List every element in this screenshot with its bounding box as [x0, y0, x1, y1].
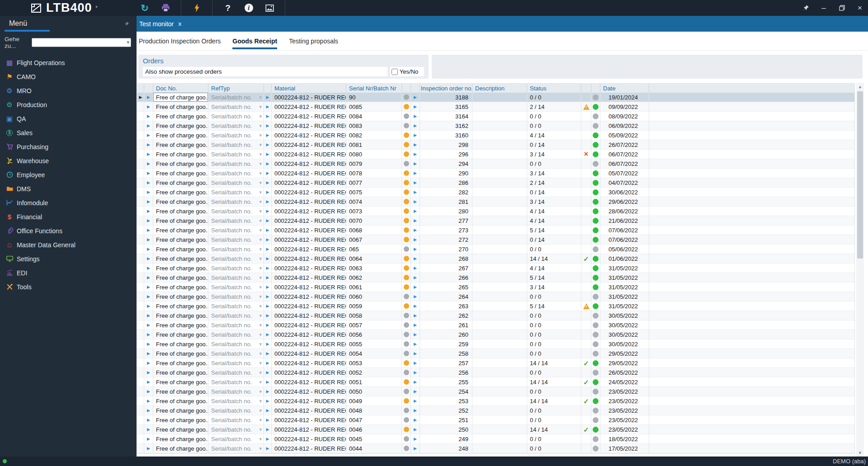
- material-cell[interactable]: 0002224-812 - RUDER RECHTS: [272, 188, 346, 197]
- expand-cell[interactable]: ▶: [144, 188, 153, 197]
- reftyp-cell[interactable]: Serial/batch no.▾: [208, 226, 264, 235]
- open-order-cell[interactable]: ▶: [411, 434, 420, 444]
- scroll-up-icon[interactable]: ▲: [856, 83, 864, 90]
- expand-arrow-icon[interactable]: ▶: [147, 276, 150, 280]
- description-cell[interactable]: [472, 178, 527, 188]
- material-cell[interactable]: 0002224-812 - RUDER RECHTS: [272, 444, 346, 453]
- material-cell[interactable]: 0002224-812 - RUDER RECHTS: [272, 301, 346, 311]
- expand-cell[interactable]: ▶: [144, 178, 153, 188]
- expand-cell[interactable]: ▶: [144, 273, 153, 282]
- header-reftyp[interactable]: RefTyp: [208, 84, 264, 93]
- description-cell[interactable]: [472, 273, 527, 282]
- serial-nr-cell[interactable]: 0067: [346, 235, 402, 245]
- chevron-down-icon[interactable]: ▾: [259, 417, 262, 423]
- expand-cell[interactable]: ▶: [144, 235, 153, 245]
- material-cell[interactable]: 0002224-812 - RUDER RECHTS: [272, 93, 346, 102]
- material-arrow-icon[interactable]: ▶: [266, 171, 269, 175]
- reftyp-cell[interactable]: Serial/batch no.▾: [208, 368, 264, 377]
- material-cell[interactable]: 0002224-812 - RUDER RECHTS: [272, 292, 346, 301]
- sidebar-item-purchasing[interactable]: Purchasing: [0, 140, 137, 154]
- reftyp-cell[interactable]: Serial/batch no.▾: [208, 159, 264, 169]
- doc-no-cell[interactable]: Free of charge goo...: [153, 159, 208, 169]
- expand-cell[interactable]: ▶: [144, 377, 153, 387]
- expand-cell[interactable]: ▶: [144, 254, 153, 264]
- description-cell[interactable]: [472, 406, 527, 415]
- table-row[interactable]: ▶ ▶ Free of charge goo... Serial/batch n…: [137, 406, 854, 415]
- expand-cell[interactable]: ▶: [144, 292, 153, 301]
- expand-cell[interactable]: ▶: [144, 358, 153, 368]
- material-arrow-icon[interactable]: ▶: [266, 380, 269, 384]
- expand-arrow-icon[interactable]: ▶: [147, 304, 150, 308]
- material-link-cell[interactable]: ▶: [264, 150, 272, 159]
- pin-icon[interactable]: [801, 4, 810, 13]
- row-selector-cell[interactable]: ▶: [137, 282, 144, 292]
- status-cell[interactable]: 0 / 0: [527, 112, 581, 121]
- expand-arrow-icon[interactable]: ▶: [147, 152, 150, 156]
- expand-arrow-icon[interactable]: ▶: [147, 143, 150, 147]
- serial-nr-cell[interactable]: 0070: [346, 216, 402, 226]
- sidebar-item-employee[interactable]: Employee: [0, 168, 137, 182]
- table-row[interactable]: ▶ ▶ Free of charge goo... Serial/batch n…: [137, 178, 854, 188]
- expand-arrow-icon[interactable]: ▶: [147, 181, 150, 185]
- description-cell[interactable]: [472, 330, 527, 339]
- expand-cell[interactable]: ▶: [144, 434, 153, 444]
- table-row[interactable]: ▶ ▶ Free of charge goo... Serial/batch n…: [137, 112, 854, 121]
- expand-arrow-icon[interactable]: ▶: [147, 380, 150, 384]
- expand-arrow-icon[interactable]: ▶: [147, 190, 150, 194]
- row-selector-cell[interactable]: ▶: [137, 358, 144, 368]
- expand-arrow-icon[interactable]: ▶: [147, 323, 150, 327]
- description-cell[interactable]: [472, 377, 527, 387]
- table-row[interactable]: ▶ ▶ Free of charge goo... Serial/batch n…: [137, 339, 854, 349]
- description-cell[interactable]: [472, 368, 527, 377]
- date-cell[interactable]: 24/05/2022: [600, 377, 649, 387]
- table-row[interactable]: ▶ ▶ Free of charge goo... Serial/batch n…: [137, 245, 854, 254]
- material-link-cell[interactable]: ▶: [264, 131, 272, 140]
- open-arrow-icon[interactable]: ▶: [414, 133, 417, 137]
- material-cell[interactable]: 0002224-812 - RUDER RECHTS: [272, 396, 346, 406]
- chevron-down-icon[interactable]: ▾: [259, 332, 262, 338]
- scroll-down-icon[interactable]: ▼: [856, 449, 864, 457]
- open-order-cell[interactable]: ▶: [411, 254, 420, 264]
- reftyp-cell[interactable]: Serial/batch no.▾: [208, 264, 264, 273]
- description-cell[interactable]: [472, 226, 527, 235]
- date-cell[interactable]: 08/09/2022: [600, 112, 649, 121]
- open-arrow-icon[interactable]: ▶: [414, 380, 417, 384]
- date-cell[interactable]: 23/05/2022: [600, 396, 649, 406]
- inspection-order-no-cell[interactable]: 268: [420, 254, 472, 264]
- open-arrow-icon[interactable]: ▶: [414, 428, 417, 432]
- doc-no-cell[interactable]: Free of charge goo...: [153, 301, 208, 311]
- expand-arrow-icon[interactable]: ▶: [147, 390, 150, 394]
- status-cell[interactable]: 14 / 14: [527, 425, 581, 434]
- inspection-order-no-cell[interactable]: 256: [420, 368, 472, 377]
- date-cell[interactable]: 26/07/2022: [600, 140, 649, 150]
- open-arrow-icon[interactable]: ▶: [414, 247, 417, 251]
- open-arrow-icon[interactable]: ▶: [414, 190, 417, 194]
- material-cell[interactable]: 0002224-812 - RUDER RECHTS: [272, 358, 346, 368]
- description-cell[interactable]: [472, 311, 527, 320]
- description-cell[interactable]: [472, 140, 527, 150]
- table-row[interactable]: ▶ ▶ Free of charge goo... Serial/batch n…: [137, 282, 854, 292]
- inspection-order-no-cell[interactable]: 3160: [420, 131, 472, 140]
- reftyp-cell[interactable]: Serial/batch no.▾: [208, 235, 264, 245]
- doc-no-cell[interactable]: Free of charge goo...: [153, 188, 208, 197]
- row-selector-cell[interactable]: ▶: [137, 349, 144, 358]
- material-link-cell[interactable]: ▶: [264, 282, 272, 292]
- status-cell[interactable]: 0 / 0: [527, 339, 581, 349]
- status-cell[interactable]: 0 / 0: [527, 320, 581, 330]
- table-row[interactable]: ▶ ▶ Free of charge goo... Serial/batch n…: [137, 415, 854, 425]
- minimize-icon[interactable]: –: [819, 4, 828, 13]
- open-order-cell[interactable]: ▶: [411, 178, 420, 188]
- expand-cell[interactable]: ▶: [144, 301, 153, 311]
- row-selector-cell[interactable]: ▶: [137, 301, 144, 311]
- inspection-order-no-cell[interactable]: 3162: [420, 121, 472, 131]
- material-arrow-icon[interactable]: ▶: [266, 409, 269, 413]
- table-row[interactable]: ▶ ▶ Free of charge goo... Serial/batch n…: [137, 93, 854, 102]
- inspection-order-no-cell[interactable]: 263: [420, 301, 472, 311]
- expand-cell[interactable]: ▶: [144, 140, 153, 150]
- row-selector-cell[interactable]: ▶: [137, 339, 144, 349]
- date-cell[interactable]: 09/09/2022: [600, 102, 649, 112]
- material-link-cell[interactable]: ▶: [264, 216, 272, 226]
- material-arrow-icon[interactable]: ▶: [266, 247, 269, 251]
- status-cell[interactable]: 3 / 14: [527, 169, 581, 178]
- row-selector-cell[interactable]: ▶: [137, 406, 144, 415]
